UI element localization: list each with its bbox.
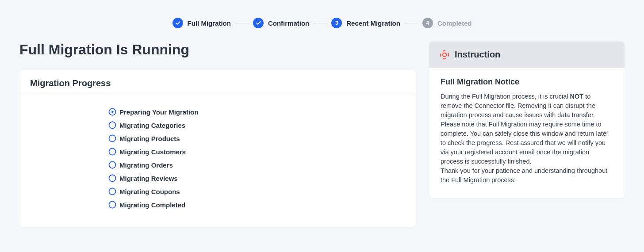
- instruction-paragraph: During the Full Migration process, it is…: [441, 92, 613, 120]
- step-completed: 4 Completed: [422, 18, 472, 28]
- circle-icon: [108, 200, 117, 209]
- progress-label: Migrating Coupons: [119, 188, 180, 195]
- svg-point-5: [109, 175, 116, 182]
- progress-item-customers: Migrating Customers: [108, 147, 405, 156]
- step-confirmation[interactable]: Confirmation: [253, 18, 309, 28]
- step-divider: [405, 23, 418, 23]
- migration-progress-card: Migration Progress Preparing Your Migrat…: [19, 70, 416, 227]
- svg-point-7: [109, 202, 116, 208]
- progress-list: Preparing Your Migration Migrating Categ…: [19, 95, 416, 227]
- progress-item-reviews: Migrating Reviews: [108, 174, 405, 183]
- instruction-card: Instruction Full Migration Notice During…: [429, 42, 625, 198]
- step-divider: [314, 23, 327, 23]
- check-icon: [253, 18, 264, 28]
- instruction-subtitle: Full Migration Notice: [441, 77, 613, 87]
- step-full-migration[interactable]: Full Migration: [172, 18, 231, 28]
- progress-label: Migrating Orders: [119, 161, 173, 169]
- progress-item-categories: Migrating Categories: [108, 121, 405, 130]
- svg-point-9: [443, 53, 446, 56]
- instruction-paragraph: Thank you for your patience and understa…: [441, 166, 613, 185]
- instruction-text: During the Full Migration process, it is…: [441, 93, 570, 100]
- play-circle-icon: [108, 107, 117, 116]
- progress-item-preparing: Preparing Your Migration: [108, 107, 405, 116]
- instruction-header: Instruction: [429, 42, 625, 68]
- svg-point-1: [109, 122, 116, 129]
- page-title: Full Migration Is Running: [19, 42, 416, 58]
- progress-label: Migrating Reviews: [119, 175, 178, 182]
- check-icon: [172, 18, 183, 28]
- step-divider: [235, 23, 249, 23]
- svg-point-3: [109, 149, 116, 155]
- instruction-strong: NOT: [570, 93, 584, 100]
- step-number-badge: 4: [422, 18, 433, 28]
- instruction-body: Full Migration Notice During the Full Mi…: [429, 68, 625, 198]
- circle-icon: [108, 160, 117, 169]
- circle-icon: [108, 174, 117, 183]
- step-label: Full Migration: [188, 19, 231, 27]
- lifebuoy-icon: [440, 50, 449, 60]
- progress-label: Migrating Categories: [119, 122, 185, 129]
- instruction-header-title: Instruction: [455, 50, 500, 60]
- card-header: Migration Progress: [19, 70, 416, 95]
- wizard-stepper: Full Migration Confirmation 3 Recent Mig…: [0, 0, 644, 42]
- step-recent-migration[interactable]: 3 Recent Migration: [331, 18, 400, 28]
- circle-icon: [108, 134, 117, 143]
- circle-icon: [108, 147, 117, 156]
- svg-point-2: [109, 135, 116, 142]
- svg-point-4: [109, 162, 116, 168]
- progress-item-products: Migrating Products: [108, 134, 405, 143]
- progress-label: Preparing Your Migration: [119, 108, 199, 116]
- progress-item-coupons: Migrating Coupons: [108, 187, 405, 196]
- circle-icon: [108, 187, 117, 196]
- circle-icon: [108, 121, 117, 130]
- step-label: Recent Migration: [346, 19, 400, 27]
- progress-item-orders: Migrating Orders: [108, 160, 405, 169]
- step-label: Confirmation: [268, 19, 309, 27]
- svg-point-6: [109, 188, 116, 195]
- svg-point-8: [441, 50, 448, 58]
- progress-label: Migrating Products: [119, 135, 180, 142]
- instruction-paragraph: Please note that Full Migration may requ…: [441, 120, 613, 166]
- step-label: Completed: [437, 19, 472, 27]
- step-number-badge: 3: [331, 18, 342, 28]
- card-title: Migration Progress: [30, 78, 405, 88]
- progress-label: Migrating Customers: [119, 148, 186, 156]
- progress-label: Migrating Completed: [119, 201, 185, 209]
- progress-item-completed: Migrating Completed: [108, 200, 405, 209]
